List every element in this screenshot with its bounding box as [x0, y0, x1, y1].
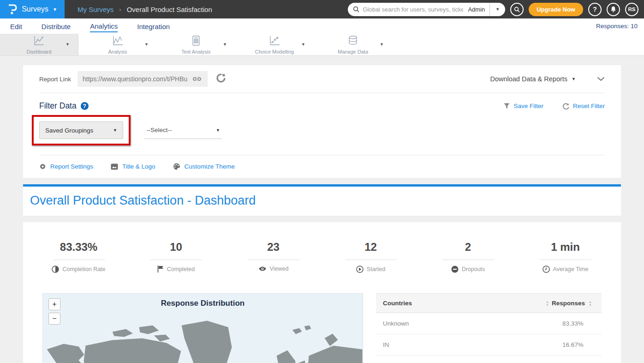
page-title: Overall Product Satisfaction - Dashboard: [30, 194, 614, 208]
tab-label: Dashboard: [27, 49, 52, 54]
tab-text-analysis[interactable]: Text Analysis ▼: [157, 34, 235, 55]
sort-icon[interactable]: ▲▼: [589, 300, 592, 307]
stat-value: 23: [225, 241, 322, 254]
help-button[interactable]: ?: [588, 3, 602, 16]
breadcrumb-current-survey: Overall Product Satisfaction: [127, 6, 212, 13]
table-row: Unknown 83.33%: [376, 313, 602, 334]
sort-icon[interactable]: ▲▼: [546, 300, 549, 307]
report-settings-link[interactable]: Report Settings: [39, 163, 93, 170]
report-settings-label: Report Settings: [50, 163, 93, 170]
tab-manage-data[interactable]: Manage Data ▼: [314, 34, 392, 55]
divider: [345, 260, 397, 260]
contrast-circle-icon: [52, 266, 59, 273]
analytics-toolbar: Dashboard ▼ Analysis ▼ Text Analysis: [0, 34, 644, 56]
stat-label: Average Time: [553, 266, 589, 272]
title-logo-label: Title & Logo: [122, 163, 155, 170]
avatar[interactable]: RS: [625, 3, 638, 16]
clock-icon: [543, 266, 550, 273]
play-circle-icon: [356, 266, 364, 273]
table-row: IN 16.67%: [376, 334, 602, 356]
tab-dashboard[interactable]: Dashboard ▼: [0, 34, 78, 55]
chevron-down-icon: ▼: [53, 7, 57, 12]
title-logo-link[interactable]: Title & Logo: [111, 163, 155, 170]
filter-data-title: Filter Data: [39, 101, 77, 111]
countries-table-header: Countries ▲▼ Responses ▲▼: [376, 293, 602, 313]
stat-value: 83.33%: [30, 241, 127, 254]
nav-item-distribute[interactable]: Distribute: [42, 20, 71, 32]
minus-circle-icon: [451, 266, 459, 273]
save-filter-label: Save Filter: [513, 103, 543, 109]
report-link-box[interactable]: https://www.questionpro.com/t/PHBu: [78, 71, 208, 87]
customize-theme-label: Customize Theme: [185, 163, 235, 170]
chevron-down-icon[interactable]: ▼: [380, 42, 384, 47]
divider: [53, 260, 105, 260]
surveys-product-menu[interactable]: Surveys ▼: [0, 0, 65, 18]
gear-icon: [39, 163, 46, 170]
filter-help-icon[interactable]: ?: [81, 102, 89, 110]
chevron-down-icon[interactable]: ▼: [301, 42, 305, 47]
chevron-down-icon[interactable]: ▼: [144, 42, 149, 47]
nav-item-analytics[interactable]: Analytics: [90, 20, 118, 32]
upgrade-now-button[interactable]: Upgrade Now: [529, 3, 583, 16]
search-icon: [514, 6, 520, 12]
search-icon: [353, 6, 359, 12]
stat-label: Started: [367, 266, 385, 272]
notifications-button[interactable]: [607, 3, 620, 16]
grouping-select-value: --Select--: [146, 127, 172, 133]
responses-column-header[interactable]: Responses: [552, 300, 585, 307]
nav-item-edit[interactable]: Edit: [10, 20, 22, 32]
report-filter-card: Report Link https://www.questionpro.com/…: [23, 65, 621, 178]
caret-down-icon: ▼: [216, 128, 220, 133]
table-row: Total 100.00%: [376, 356, 602, 363]
response-distribution-map[interactable]: Response Distribution + −: [42, 293, 363, 363]
topbar-actions: Admin ▼ Upgrade Now ? RS: [348, 3, 644, 16]
text-report-icon: [191, 35, 201, 48]
global-search-input[interactable]: [363, 6, 463, 13]
grouping-select-dropdown[interactable]: --Select-- ▼: [144, 121, 222, 139]
reset-filter-button[interactable]: Reset Filter: [563, 103, 605, 109]
search-scope-dropdown[interactable]: ▼: [490, 3, 505, 16]
save-filter-button[interactable]: Save Filter: [504, 103, 543, 109]
global-search[interactable]: Admin ▼: [348, 3, 505, 16]
stat-label: Dropouts: [462, 266, 485, 272]
reset-icon: [563, 103, 569, 109]
responses-cell: 83.33%: [562, 320, 595, 327]
chevron-down-icon[interactable]: ▼: [223, 42, 227, 47]
responses-count: Responses: 10: [596, 23, 638, 30]
flag-icon: [157, 266, 164, 272]
stat-viewed: 23 Viewed: [225, 241, 322, 273]
saved-groupings-value: Saved Groupings: [45, 127, 93, 134]
survey-nav: Edit Distribute Analytics Integration Re…: [0, 18, 644, 34]
tab-label: Manage Data: [338, 49, 368, 54]
dashboard-body: 83.33% Completion Rate 10 Completed 23: [23, 222, 621, 363]
breadcrumb-my-surveys[interactable]: My Surveys: [78, 6, 113, 13]
countries-table: Countries ▲▼ Responses ▲▼ Unknown 83.33%…: [376, 293, 602, 363]
search-button[interactable]: [510, 3, 524, 16]
question-mark-icon: ?: [593, 6, 597, 13]
nav-item-integration[interactable]: Integration: [137, 20, 170, 32]
divider: [540, 260, 591, 260]
tab-analysis[interactable]: Analysis ▼: [78, 34, 157, 55]
map-title: Response Distribution: [43, 294, 363, 308]
visualizations-row: Response Distribution + −: [23, 273, 621, 363]
map-zoom-in-button[interactable]: +: [48, 298, 60, 310]
caret-down-icon: ▼: [113, 128, 117, 133]
stat-value: 10: [127, 241, 225, 254]
chevron-down-icon[interactable]: ▼: [66, 42, 70, 47]
tab-choice-modelling[interactable]: Choice Modelling ▼: [235, 34, 314, 55]
annotation-highlight-box: Saved Groupings ▼: [32, 115, 131, 145]
stat-completed: 10 Completed: [127, 241, 225, 273]
link-security-icon[interactable]: [216, 73, 226, 85]
countries-column-header[interactable]: Countries: [383, 300, 412, 307]
caret-down-icon: ▼: [572, 77, 576, 81]
bell-icon: [610, 6, 616, 12]
collapse-chevron-icon[interactable]: [597, 77, 605, 81]
responses-cell: 16.67%: [562, 341, 595, 348]
saved-groupings-dropdown[interactable]: Saved Groupings ▼: [39, 121, 123, 139]
report-link-label: Report Link: [39, 76, 71, 83]
dashboard-title-section: Overall Product Satisfaction - Dashboard: [23, 184, 621, 216]
customize-theme-link[interactable]: Customize Theme: [173, 163, 235, 170]
country-cell: IN: [383, 341, 562, 348]
download-data-reports-dropdown[interactable]: Download Data & Reports ▼: [490, 75, 576, 83]
palette-icon: [173, 163, 180, 170]
